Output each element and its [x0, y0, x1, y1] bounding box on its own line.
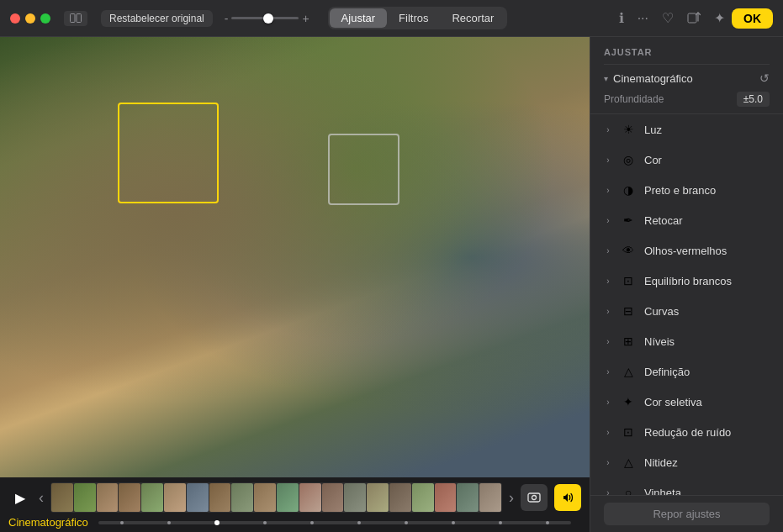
share-icon[interactable] [687, 10, 701, 27]
eye-icon: 👁 [621, 243, 636, 258]
adjustment-label: Curvas [644, 305, 679, 318]
brightness-plus-icon[interactable]: + [302, 12, 309, 25]
adjustment-item-nitidez[interactable]: › △ Nitidez [590, 447, 783, 477]
cinematic-dot [310, 521, 314, 524]
close-button[interactable] [10, 13, 20, 24]
white-balance-icon: ⊡ [621, 273, 636, 288]
tab-recortar[interactable]: Recortar [440, 8, 505, 28]
cinematic-label: Cinematográfico [8, 516, 88, 529]
chevron-right-icon: › [604, 277, 612, 286]
timeline-left-arrow[interactable]: ‹ [39, 489, 44, 507]
chevron-right-icon: › [604, 307, 612, 316]
timeline-frame [344, 483, 366, 512]
sharpness-icon: △ [621, 455, 636, 470]
cinematic-dot [263, 521, 267, 524]
sparkle-icon: ✦ [621, 394, 636, 409]
depth-label: Profundidade [604, 93, 664, 105]
timeline-strip[interactable] [50, 482, 502, 513]
adjustment-item-cor[interactable]: › ◎ Cor [590, 145, 783, 175]
cinematic-dot [452, 521, 455, 524]
color-circle-icon: ◎ [621, 152, 636, 167]
chevron-right-icon: › [604, 367, 612, 377]
face-detection-primary [118, 103, 219, 203]
chevron-right-icon: › [604, 398, 612, 407]
window-controls [64, 11, 87, 26]
chevron-right-icon: › [604, 125, 612, 134]
panel-title: AJUSTAR [590, 37, 783, 64]
face-detection-secondary [328, 134, 399, 205]
split-view-button[interactable] [64, 11, 87, 26]
adjustment-label: Equilíbrio brancos [644, 275, 732, 287]
titlebar: Restabelecer original - + Ajustar Filtro… [0, 0, 783, 37]
adjustment-item-preto-branco[interactable]: › ◑ Preto e branco [590, 175, 783, 205]
timeline-frame [322, 483, 344, 512]
chevron-right-icon: › [604, 155, 612, 165]
cinematic-dot [167, 521, 171, 524]
timeline-frame [187, 483, 209, 512]
reset-adjustments-button[interactable]: Repor ajustes [604, 503, 770, 525]
svg-rect-0 [71, 14, 76, 23]
expand-button[interactable] [521, 484, 548, 511]
volume-button[interactable] [554, 484, 581, 511]
play-button[interactable]: ▶ [8, 486, 32, 509]
timeline-frame [231, 483, 253, 512]
toolbar-icons: ℹ ··· ♡ ✦ [619, 10, 725, 27]
chevron-right-icon: › [604, 428, 612, 437]
right-panel: AJUSTAR ▾ Cinematográfico ↺ Profundidade… [590, 37, 783, 532]
timeline-frame [51, 483, 73, 512]
cinematic-dots [98, 521, 571, 524]
reset-button-area: Repor ajustes [590, 495, 783, 532]
brightness-control[interactable]: - + [225, 12, 309, 25]
cinematic-dot [357, 521, 361, 524]
more-options-icon[interactable]: ··· [638, 11, 648, 26]
timeline-frame [119, 483, 140, 512]
cinematic-expand[interactable]: ▾ Cinematográfico [604, 72, 693, 85]
info-icon[interactable]: ℹ [619, 10, 624, 26]
ok-button[interactable]: OK [732, 8, 773, 29]
brightness-minus-icon[interactable]: - [225, 12, 229, 25]
adjustment-item-equilibrio-brancos[interactable]: › ⊡ Equilíbrio brancos [590, 266, 783, 296]
cinematic-dot [405, 521, 408, 524]
cinematic-timeline[interactable] [98, 521, 571, 524]
timeline-right-arrow[interactable]: › [509, 489, 514, 507]
adjustment-label: Retocar [644, 214, 683, 227]
timeline-frame [435, 483, 457, 512]
video-area: ▶ ‹ [0, 37, 590, 532]
adjustment-item-luz[interactable]: › ☀ Luz [590, 114, 783, 145]
adjustment-item-definicao[interactable]: › △ Definição [590, 356, 783, 387]
brightness-slider[interactable] [231, 17, 299, 19]
main-area: ▶ ‹ [0, 37, 783, 532]
adjustment-item-retocar[interactable]: › ✒ Retocar [590, 205, 783, 235]
adjustment-item-vinheta[interactable]: › ○ Vinheta [590, 477, 783, 495]
minimize-button[interactable] [25, 13, 35, 24]
adjustment-item-olhos-vermelhos[interactable]: › 👁 Olhos-vermelhos [590, 235, 783, 266]
adjustment-item-curvas[interactable]: › ⊟ Curvas [590, 296, 783, 326]
adjustment-item-cor-seletiva[interactable]: › ✦ Cor seletiva [590, 387, 783, 417]
timeline-frames [50, 482, 502, 513]
tab-filtros[interactable]: Filtros [387, 8, 440, 28]
magic-wand-icon[interactable]: ✦ [714, 10, 725, 26]
adjustment-label: Nitidez [644, 456, 678, 469]
timeline-frame [97, 483, 119, 512]
adjustment-label: Olhos-vermelhos [644, 245, 727, 257]
adjustment-item-niveis[interactable]: › ⊞ Níveis [590, 326, 783, 356]
fullscreen-button[interactable] [40, 13, 50, 24]
favorite-icon[interactable]: ♡ [662, 10, 674, 26]
timeline-frame [164, 483, 186, 512]
chevron-right-icon: › [604, 246, 612, 255]
cinematic-reset-icon[interactable]: ↺ [759, 71, 770, 85]
timeline-frame [412, 483, 434, 512]
timeline-frame [254, 483, 276, 512]
brightness-slider-thumb[interactable] [263, 13, 273, 24]
adjustment-label: Cor seletiva [644, 396, 702, 408]
timeline-row: ▶ ‹ [8, 482, 581, 513]
pen-icon: ✒ [621, 213, 636, 228]
adjustment-label: Luz [644, 124, 662, 136]
svg-point-4 [532, 496, 537, 500]
timeline-frame [209, 483, 231, 512]
restore-original-button[interactable]: Restabelecer original [101, 10, 213, 27]
panel-scroll[interactable]: ▾ Cinematográfico ↺ Profundidade ±5.0 › … [590, 65, 783, 495]
adjustment-item-reducao-ruido[interactable]: › ⊡ Redução de ruído [590, 417, 783, 447]
video-background [0, 37, 590, 477]
tab-ajustar[interactable]: Ajustar [330, 8, 387, 28]
